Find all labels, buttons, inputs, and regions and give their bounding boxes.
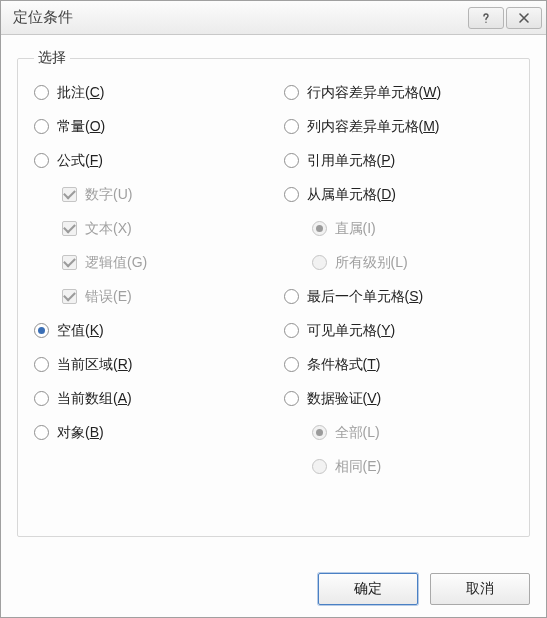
group-label: 选择 [34,49,70,67]
footer: 确定 取消 [1,561,546,617]
checkbox-icon [62,221,77,236]
right-option-4: 直属(I) [284,219,514,238]
radio-icon [284,357,299,372]
option-label: 数字(U) [85,186,132,204]
option-label: 空值(K) [57,322,104,340]
right-option-5: 所有级别(L) [284,253,514,272]
right-option-8[interactable]: 条件格式(T) [284,355,514,374]
left-option-4: 文本(X) [34,219,264,238]
checkbox-icon [62,187,77,202]
option-label: 批注(C) [57,84,104,102]
option-label: 当前区域(R) [57,356,132,374]
option-label: 全部(L) [335,424,380,442]
right-option-3[interactable]: 从属单元格(D) [284,185,514,204]
left-option-7[interactable]: 空值(K) [34,321,264,340]
help-button[interactable] [468,7,504,29]
option-label: 错误(E) [85,288,132,306]
dialog-title: 定位条件 [13,8,466,27]
close-icon [518,12,530,24]
option-label: 相同(E) [335,458,382,476]
right-option-10: 全部(L) [284,423,514,442]
right-option-7[interactable]: 可见单元格(Y) [284,321,514,340]
option-label: 常量(O) [57,118,105,136]
radio-icon [312,255,327,270]
right-option-6[interactable]: 最后一个单元格(S) [284,287,514,306]
radio-icon [284,323,299,338]
cancel-button[interactable]: 取消 [430,573,530,605]
radio-icon [34,323,49,338]
radio-icon [284,153,299,168]
option-label: 所有级别(L) [335,254,408,272]
option-label: 逻辑值(G) [85,254,147,272]
left-option-0[interactable]: 批注(C) [34,83,264,102]
option-label: 行内容差异单元格(W) [307,84,442,102]
radio-icon [312,221,327,236]
option-label: 直属(I) [335,220,376,238]
right-option-9[interactable]: 数据验证(V) [284,389,514,408]
ok-button[interactable]: 确定 [318,573,418,605]
radio-icon [34,85,49,100]
left-option-1[interactable]: 常量(O) [34,117,264,136]
left-option-8[interactable]: 当前区域(R) [34,355,264,374]
option-label: 最后一个单元格(S) [307,288,424,306]
radio-icon [312,459,327,474]
radio-icon [284,119,299,134]
right-column: 行内容差异单元格(W)列内容差异单元格(M)引用单元格(P)从属单元格(D)直属… [284,83,514,516]
right-option-1[interactable]: 列内容差异单元格(M) [284,117,514,136]
left-column: 批注(C)常量(O)公式(F)数字(U)文本(X)逻辑值(G)错误(E)空值(K… [34,83,264,516]
radio-icon [284,85,299,100]
option-label: 从属单元格(D) [307,186,396,204]
radio-icon [312,425,327,440]
dialog-window: 定位条件 选择 批注(C)常量(O)公式(F)数字(U)文本(X)逻辑值(G)错… [0,0,547,618]
option-label: 文本(X) [85,220,132,238]
option-label: 数据验证(V) [307,390,382,408]
right-option-11: 相同(E) [284,457,514,476]
radio-icon [34,391,49,406]
select-group: 选择 批注(C)常量(O)公式(F)数字(U)文本(X)逻辑值(G)错误(E)空… [17,49,530,537]
option-label: 可见单元格(Y) [307,322,396,340]
option-label: 公式(F) [57,152,103,170]
option-label: 引用单元格(P) [307,152,396,170]
option-label: 当前数组(A) [57,390,132,408]
radio-icon [34,153,49,168]
radio-icon [284,391,299,406]
help-icon [480,12,492,24]
left-option-5: 逻辑值(G) [34,253,264,272]
option-label: 对象(B) [57,424,104,442]
radio-icon [284,289,299,304]
left-option-10[interactable]: 对象(B) [34,423,264,442]
dialog-body: 选择 批注(C)常量(O)公式(F)数字(U)文本(X)逻辑值(G)错误(E)空… [1,35,546,561]
left-option-6: 错误(E) [34,287,264,306]
close-button[interactable] [506,7,542,29]
radio-icon [34,357,49,372]
left-option-9[interactable]: 当前数组(A) [34,389,264,408]
columns: 批注(C)常量(O)公式(F)数字(U)文本(X)逻辑值(G)错误(E)空值(K… [34,83,513,516]
right-option-0[interactable]: 行内容差异单元格(W) [284,83,514,102]
checkbox-icon [62,255,77,270]
left-option-2[interactable]: 公式(F) [34,151,264,170]
radio-icon [34,119,49,134]
left-option-3: 数字(U) [34,185,264,204]
radio-icon [284,187,299,202]
right-option-2[interactable]: 引用单元格(P) [284,151,514,170]
radio-icon [34,425,49,440]
checkbox-icon [62,289,77,304]
option-label: 条件格式(T) [307,356,381,374]
titlebar: 定位条件 [1,1,546,35]
option-label: 列内容差异单元格(M) [307,118,440,136]
